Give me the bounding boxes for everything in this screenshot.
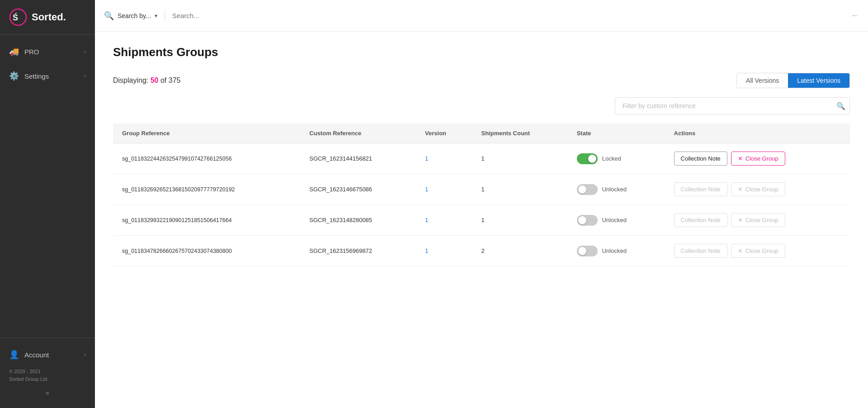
state-label: Unlocked [602, 247, 627, 254]
cell-group-ref: sg_011832993221909012518515064176​64 [113, 205, 300, 236]
collection-note-button: Collection Note [674, 244, 727, 258]
cell-custom-ref: SGCR_1623148280085 [300, 205, 416, 236]
cell-version: 1 [416, 236, 472, 266]
state-toggle[interactable] [577, 153, 598, 164]
displaying-label: Displaying: [113, 76, 148, 84]
close-group-button: ✕ Close Group [731, 182, 785, 196]
search-input[interactable] [172, 12, 844, 19]
version-link[interactable]: 1 [425, 155, 428, 162]
cell-group-ref: sg_011832244263254799107427661250​56 [113, 143, 300, 174]
filter-search-button[interactable]: 🔍 [836, 102, 845, 110]
col-state: State [568, 123, 665, 143]
table-row: sg_011834782666026757024330743808​00SGCR… [113, 236, 850, 266]
cell-shipments-count: 2 [472, 236, 568, 266]
settings-icon: ⚙️ [9, 71, 19, 81]
latest-versions-button[interactable]: Latest Versions [788, 73, 849, 88]
cell-actions: Collection Note✕ Close Group [665, 236, 850, 266]
chevron-right-icon-account: › [84, 351, 86, 358]
sidebar-item-settings[interactable]: ⚙️ Settings › [0, 64, 95, 88]
version-link[interactable]: 1 [425, 217, 428, 223]
close-group-button: ✕ Close Group [731, 244, 785, 258]
col-actions: Actions [665, 123, 850, 143]
version-link[interactable]: 1 [425, 247, 428, 254]
shipments-groups-table: Group Reference Custom Reference Version… [113, 123, 850, 266]
table-row: sg_011832244263254799107427661250​56SGCR… [113, 143, 850, 174]
sidebar-item-pro[interactable]: 🚚 PRO › [0, 39, 95, 64]
filter-bar: 🔍 [113, 97, 850, 114]
sidebar-footer: 👤 Account › © 2020 - 2021Sorted Group Lt… [0, 337, 95, 408]
logo-icon: Ś [9, 8, 27, 26]
cell-actions: Collection Note✕ Close Group [665, 143, 850, 174]
close-x-icon: ✕ [738, 217, 743, 223]
cell-state: Unlocked [568, 174, 665, 205]
sidebar-item-label-settings: Settings [24, 72, 49, 80]
state-toggle[interactable] [577, 215, 598, 226]
sidebar-item-label-account: Account [24, 351, 49, 359]
table-header: Group Reference Custom Reference Version… [113, 123, 850, 143]
col-group-reference: Group Reference [113, 123, 300, 143]
page-title: Shipments Groups [113, 45, 850, 59]
displaying-total: of 375 [160, 76, 180, 84]
collection-note-button: Collection Note [674, 182, 727, 196]
cell-state: Unlocked [568, 205, 665, 236]
cell-actions: Collection Note✕ Close Group [665, 205, 850, 236]
cell-actions: Collection Note✕ Close Group [665, 174, 850, 205]
main-area: 🔍 Search by... ▾ ← Shipments Groups Disp… [95, 0, 868, 408]
close-x-icon: ✕ [738, 247, 743, 254]
cell-state: Unlocked [568, 236, 665, 266]
collapse-icon: « [46, 389, 49, 396]
collapse-sidebar-button[interactable]: « [9, 384, 86, 401]
sidebar: Ś Sorted. 🚚 PRO › ⚙️ Settings › 👤 Accoun… [0, 0, 95, 408]
state-toggle[interactable] [577, 246, 598, 256]
collection-note-button[interactable]: Collection Note [674, 152, 727, 166]
col-custom-reference: Custom Reference [300, 123, 416, 143]
cell-group-ref: sg_011832692652136815020977779720192 [113, 174, 300, 205]
displaying-count: 50 [151, 76, 159, 84]
topbar: 🔍 Search by... ▾ ← [95, 0, 868, 32]
state-toggle[interactable] [577, 184, 598, 195]
logo-text: Sorted. [32, 11, 66, 23]
cell-state: Locked [568, 143, 665, 174]
cell-shipments-count: 1 [472, 205, 568, 236]
display-bar: Displaying: 50 of 375 All Versions Lates… [113, 73, 850, 88]
col-shipments-count: Shipments Count [472, 123, 568, 143]
account-icon: 👤 [9, 350, 19, 360]
back-button[interactable]: ← [851, 11, 859, 20]
sidebar-item-account[interactable]: 👤 Account › [9, 345, 86, 364]
cell-shipments-count: 1 [472, 174, 568, 205]
copyright-text: © 2020 - 2021Sorted Group Ltd [9, 364, 86, 384]
cell-shipments-count: 1 [472, 143, 568, 174]
sidebar-nav: 🚚 PRO › ⚙️ Settings › [0, 35, 95, 337]
cell-custom-ref: SGCR_1623144156821 [300, 143, 416, 174]
pro-icon: 🚚 [9, 47, 19, 57]
filter-input[interactable] [615, 97, 850, 114]
close-group-button[interactable]: ✕ Close Group [731, 152, 785, 166]
all-versions-button[interactable]: All Versions [737, 73, 788, 88]
cell-custom-ref: SGCR_1623156969872 [300, 236, 416, 266]
cell-version: 1 [416, 174, 472, 205]
table-body: sg_011832244263254799107427661250​56SGCR… [113, 143, 850, 266]
chevron-right-icon-settings: › [84, 73, 86, 79]
svg-text:Ś: Ś [13, 13, 18, 22]
state-label: Locked [602, 155, 621, 162]
version-link[interactable]: 1 [425, 186, 428, 193]
close-x-icon: ✕ [738, 155, 743, 162]
cell-version: 1 [416, 205, 472, 236]
state-label: Unlocked [602, 186, 627, 193]
cell-custom-ref: SGCR_1623146675086 [300, 174, 416, 205]
search-by-button[interactable]: 🔍 Search by... ▾ [104, 11, 165, 21]
close-group-button: ✕ Close Group [731, 213, 785, 227]
filter-wrapper: 🔍 [615, 97, 850, 114]
table-row: sg_011832692652136815020977779720192SGCR… [113, 174, 850, 205]
chevron-down-icon: ▾ [155, 13, 157, 19]
table-row: sg_011832993221909012518515064176​64SGCR… [113, 205, 850, 236]
col-version: Version [416, 123, 472, 143]
content-area: Shipments Groups Displaying: 50 of 375 A… [95, 32, 868, 408]
display-count: Displaying: 50 of 375 [113, 76, 180, 85]
close-x-icon: ✕ [738, 186, 743, 193]
sidebar-item-label-pro: PRO [24, 48, 39, 56]
table-header-row: Group Reference Custom Reference Version… [113, 123, 850, 143]
cell-group-ref: sg_011834782666026757024330743808​00 [113, 236, 300, 266]
search-input-area [165, 12, 851, 20]
search-icon: 🔍 [104, 11, 114, 21]
